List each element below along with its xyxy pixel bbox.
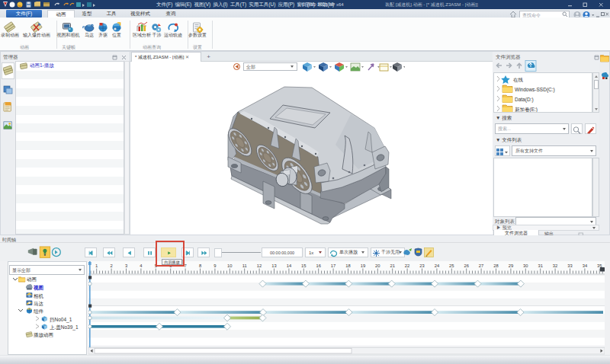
svg-text:3: 3 bbox=[125, 263, 127, 268]
svg-text:上.盖No39_1: 上.盖No39_1 bbox=[50, 324, 79, 330]
svg-text:19: 19 bbox=[361, 263, 365, 268]
svg-text:28: 28 bbox=[493, 263, 498, 268]
svg-text:Windows-SSD(C:): Windows-SSD(C:) bbox=[515, 87, 555, 93]
svg-text:马达: 马达 bbox=[34, 301, 43, 306]
svg-text:34: 34 bbox=[583, 263, 588, 268]
svg-text:23: 23 bbox=[419, 263, 424, 268]
svg-text:16: 16 bbox=[316, 263, 320, 268]
svg-text:20: 20 bbox=[375, 263, 380, 268]
svg-text:29: 29 bbox=[509, 263, 513, 268]
svg-text:26: 26 bbox=[464, 263, 468, 268]
svg-text:Data(D:): Data(D:) bbox=[515, 97, 534, 103]
svg-text:组件: 组件 bbox=[34, 308, 44, 314]
svg-text:动画: 动画 bbox=[27, 276, 37, 283]
svg-text:1: 1 bbox=[95, 263, 98, 268]
svg-text:2: 2 bbox=[110, 263, 112, 268]
svg-text:25: 25 bbox=[449, 263, 454, 268]
svg-text:相机: 相机 bbox=[33, 293, 44, 299]
svg-text:32: 32 bbox=[553, 263, 557, 268]
svg-text:8: 8 bbox=[199, 263, 201, 268]
svg-text:在线: 在线 bbox=[513, 77, 524, 82]
svg-text:播放动画: 播放动画 bbox=[34, 332, 54, 338]
svg-text:挡No04_1: 挡No04_1 bbox=[50, 317, 72, 323]
svg-text:27: 27 bbox=[479, 263, 483, 268]
svg-text:视图: 视图 bbox=[33, 285, 43, 291]
svg-text:18: 18 bbox=[345, 263, 350, 268]
svg-text:17: 17 bbox=[331, 263, 336, 268]
svg-text:9: 9 bbox=[214, 263, 216, 268]
svg-text:13: 13 bbox=[271, 263, 276, 268]
svg-text:10: 10 bbox=[227, 263, 232, 268]
svg-text:11: 11 bbox=[242, 263, 247, 268]
svg-text:15: 15 bbox=[301, 263, 306, 268]
svg-text:14: 14 bbox=[287, 263, 292, 268]
svg-text:30: 30 bbox=[523, 263, 528, 268]
svg-text:21: 21 bbox=[390, 263, 394, 268]
svg-text:12: 12 bbox=[257, 263, 262, 268]
svg-text:31: 31 bbox=[538, 263, 542, 268]
svg-text:22: 22 bbox=[405, 263, 409, 268]
svg-text:新加卷(E:): 新加卷(E:) bbox=[515, 107, 538, 113]
svg-text:33: 33 bbox=[567, 263, 572, 268]
svg-text:35: 35 bbox=[597, 263, 602, 268]
svg-text:24: 24 bbox=[435, 263, 440, 268]
